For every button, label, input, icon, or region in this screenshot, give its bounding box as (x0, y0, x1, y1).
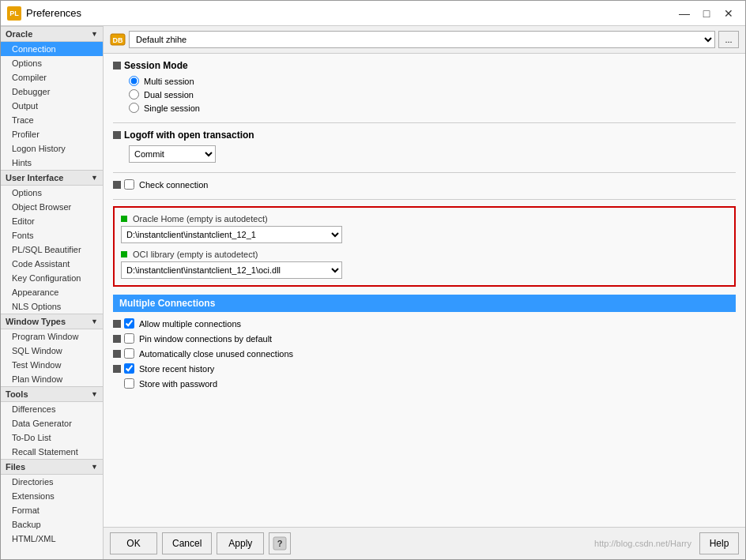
main-content: Oracle ▼ Connection Options Compiler Deb… (1, 26, 745, 559)
oci-library-field: OCI library (empty is autodetect) D:\ins… (121, 250, 728, 279)
oci-library-dropdown[interactable]: D:\instantclient\instantclient_12_1\oci.… (121, 261, 342, 279)
mc-store-password[interactable]: Store with password (124, 378, 217, 389)
session-mode-section: Session Mode Multi session Dual session (113, 60, 736, 113)
tools-arrow: ▼ (91, 390, 98, 398)
logoff-header: Logoff with open transaction (113, 130, 736, 141)
sidebar-item-extensions[interactable]: Extensions (1, 489, 103, 503)
connection-dropdown[interactable]: Default zhihe (129, 31, 715, 48)
divider-3 (113, 199, 736, 200)
sidebar-group-files[interactable]: Files ▼ (1, 459, 103, 475)
sidebar-item-appearance[interactable]: Appearance (1, 285, 103, 299)
right-panel: DB Default zhihe ... Session Mode (104, 26, 745, 559)
connection-more-button[interactable]: ... (718, 31, 739, 48)
mc-allow-multiple[interactable]: Allow multiple connections (124, 318, 241, 329)
sidebar: Oracle ▼ Connection Options Compiler Deb… (1, 26, 104, 559)
sidebar-item-fonts[interactable]: Fonts (1, 228, 103, 242)
session-mode-indicator (113, 62, 121, 70)
check-connection-header: Check connection (113, 179, 736, 190)
logoff-select-container: Commit Rollback Ask (113, 145, 736, 163)
sidebar-group-user-interface[interactable]: User Interface ▼ (1, 170, 103, 186)
sidebar-item-logon-history[interactable]: Logon History (1, 141, 103, 156)
sidebar-item-hints[interactable]: Hints (1, 156, 103, 170)
sidebar-item-plan-window[interactable]: Plan Window (1, 372, 103, 386)
sidebar-item-compiler[interactable]: Compiler (1, 70, 103, 85)
files-arrow: ▼ (91, 463, 98, 471)
sidebar-item-code-assistant[interactable]: Code Assistant (1, 257, 103, 271)
check-connection-section: Check connection (113, 179, 736, 190)
ok-button[interactable]: OK (110, 532, 157, 554)
preferences-window: PL Preferences — □ ✕ Oracle ▼ Connection… (0, 0, 746, 560)
info-button[interactable]: ? (269, 532, 291, 554)
sidebar-item-debugger[interactable]: Debugger (1, 85, 103, 99)
close-button[interactable]: ✕ (718, 6, 739, 21)
sidebar-item-editor[interactable]: Editor (1, 214, 103, 228)
radio-single-session[interactable]: Single session (129, 103, 736, 113)
settings-area: Session Mode Multi session Dual session (104, 54, 745, 527)
oracle-home-dropdown[interactable]: D:\instantclient\instantclient_12_1 (121, 226, 342, 243)
sidebar-item-differences[interactable]: Differences (1, 402, 103, 416)
cancel-button[interactable]: Cancel (162, 532, 212, 554)
sidebar-item-test-window[interactable]: Test Window (1, 358, 103, 372)
sidebar-group-oracle[interactable]: Oracle ▼ (1, 26, 103, 42)
sidebar-item-connection[interactable]: Connection (1, 42, 103, 56)
mc-row-1: Pin window connections by default (113, 333, 736, 344)
mc-store-history-checkbox[interactable] (124, 363, 134, 374)
sidebar-item-plsql-beautifier[interactable]: PL/SQL Beautifier (1, 242, 103, 257)
radio-dual-session[interactable]: Dual session (129, 89, 736, 100)
check-connection-item[interactable]: Check connection (124, 179, 208, 190)
sidebar-item-options-oracle[interactable]: Options (1, 56, 103, 70)
sidebar-item-output[interactable]: Output (1, 99, 103, 113)
sidebar-item-sql-window[interactable]: SQL Window (1, 344, 103, 358)
sidebar-item-todo-list[interactable]: To-Do List (1, 430, 103, 445)
mc-store-history[interactable]: Store recent history (124, 363, 214, 374)
mc-row-2: Automatically close unused connections (113, 348, 736, 359)
connection-selector: DB Default zhihe ... (104, 26, 745, 54)
maximize-button[interactable]: □ (696, 6, 717, 21)
sidebar-item-program-window[interactable]: Program Window (1, 329, 103, 344)
multiple-connections-header: Multiple Connections (113, 295, 736, 312)
sidebar-item-object-browser[interactable]: Object Browser (1, 200, 103, 214)
sidebar-item-nls-options[interactable]: NLS Options (1, 299, 103, 314)
mc-row-3: Store recent history (113, 363, 736, 374)
watermark: http://blog.csdn.net/Harry (296, 539, 695, 548)
apply-button[interactable]: Apply (217, 532, 264, 554)
sidebar-item-key-configuration[interactable]: Key Configuration (1, 271, 103, 285)
logoff-dropdown[interactable]: Commit Rollback Ask (129, 145, 216, 163)
multiple-connections-items: Allow multiple connections Pin window co… (113, 318, 736, 389)
mc-allow-multiple-checkbox[interactable] (124, 318, 134, 329)
sidebar-item-profiler[interactable]: Profiler (1, 127, 103, 141)
sidebar-item-directories[interactable]: Directories (1, 475, 103, 489)
divider-2 (113, 172, 736, 173)
mc-indicator-2 (113, 350, 121, 358)
mc-pin-window[interactable]: Pin window connections by default (124, 333, 272, 344)
mc-auto-close[interactable]: Automatically close unused connections (124, 348, 293, 359)
sidebar-item-trace[interactable]: Trace (1, 113, 103, 127)
help-button[interactable]: Help (699, 532, 739, 554)
oracle-settings-box: Oracle Home (empty is autodetect) D:\ins… (113, 206, 736, 287)
sidebar-item-html-xml[interactable]: HTML/XML (1, 532, 103, 546)
radio-multi-session[interactable]: Multi session (129, 76, 736, 86)
sidebar-item-data-generator[interactable]: Data Generator (1, 416, 103, 430)
logoff-title: Logoff with open transaction (124, 130, 254, 141)
sidebar-group-tools[interactable]: Tools ▼ (1, 386, 103, 402)
logoff-indicator (113, 131, 121, 139)
mc-row-0: Allow multiple connections (113, 318, 736, 329)
sidebar-item-backup[interactable]: Backup (1, 517, 103, 532)
mc-pin-window-checkbox[interactable] (124, 333, 134, 344)
window-controls: — □ ✕ (674, 6, 739, 21)
info-icon: ? (273, 536, 287, 551)
oci-library-indicator (121, 251, 127, 257)
check-connection-checkbox[interactable] (124, 179, 134, 190)
check-connection-indicator (113, 181, 121, 189)
mc-store-password-checkbox[interactable] (124, 378, 134, 389)
minimize-button[interactable]: — (674, 6, 695, 21)
sidebar-item-recall-statement[interactable]: Recall Statement (1, 445, 103, 459)
oracle-home-label: Oracle Home (empty is autodetect) (121, 214, 728, 224)
logoff-section: Logoff with open transaction Commit Roll… (113, 130, 736, 163)
mc-auto-close-checkbox[interactable] (124, 348, 134, 359)
window-title: Preferences (26, 7, 674, 19)
window-types-arrow: ▼ (91, 318, 98, 325)
sidebar-item-format[interactable]: Format (1, 503, 103, 517)
sidebar-group-window-types[interactable]: Window Types ▼ (1, 314, 103, 329)
sidebar-item-options-ui[interactable]: Options (1, 186, 103, 200)
